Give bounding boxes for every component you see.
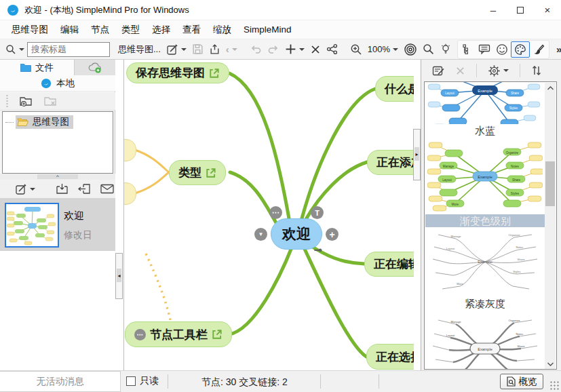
doc-edit-button[interactable] xyxy=(12,181,38,197)
handle-more-options[interactable]: ⋯ xyxy=(269,206,282,219)
tab-files[interactable]: 文件 xyxy=(0,60,75,75)
style-item-gray-thumb[interactable]: Example Manage Layout More Organize Note… xyxy=(427,229,543,294)
node-selecting[interactable]: 正在选择 xyxy=(366,344,414,370)
outline-icon xyxy=(462,43,473,55)
redo-button[interactable] xyxy=(265,41,282,58)
search-input[interactable] xyxy=(27,42,110,57)
local-source-header[interactable]: 本地 xyxy=(0,75,115,92)
menu-edit[interactable]: 编辑 xyxy=(54,21,85,39)
delete-folder-button[interactable] xyxy=(41,93,60,109)
tree-item-selected: 思维导图 xyxy=(16,115,73,129)
email-button[interactable] xyxy=(98,181,117,197)
import-button[interactable] xyxy=(53,181,71,197)
app-logo-icon xyxy=(7,4,19,16)
panel-splitter[interactable]: ^ xyxy=(0,174,115,180)
folder-toolbar-grip[interactable] xyxy=(5,94,9,108)
left-splitter-track[interactable]: ◂ xyxy=(115,253,123,299)
style-item-aqua-label[interactable]: 水蓝 xyxy=(425,125,545,138)
node-save-mindmap[interactable]: 保存思维导图 xyxy=(126,62,229,83)
edit-style-button[interactable] xyxy=(429,62,448,79)
minimize-button[interactable]: – xyxy=(480,0,507,20)
mindmap-menu-button[interactable]: 思维导图... xyxy=(115,41,163,58)
menu-type[interactable]: 类型 xyxy=(115,21,146,39)
undo-button[interactable] xyxy=(247,41,265,58)
tips-button[interactable] xyxy=(437,41,454,58)
menu-view[interactable]: 查看 xyxy=(176,21,207,39)
sort-styles-button[interactable] xyxy=(528,62,545,79)
outline-panel-button[interactable] xyxy=(459,41,476,58)
mindmap-canvas[interactable]: 保存思维导图 什么是思 类型 正在添加 欢迎 正在编辑 ⋯ 节点工具栏 正在选择… xyxy=(123,60,414,370)
node-types[interactable]: 类型 xyxy=(169,160,226,185)
add-node-button[interactable] xyxy=(282,41,307,58)
handle-crosslink-drag[interactable]: ⊸ xyxy=(314,244,322,255)
external-link-icon[interactable] xyxy=(212,329,223,340)
scroll-down-button[interactable] xyxy=(545,359,556,370)
zoom-level-button[interactable]: 100% xyxy=(365,41,401,58)
delete-style-button[interactable] xyxy=(452,62,468,79)
open-folder-icon xyxy=(17,117,29,127)
undo-icon xyxy=(250,44,262,55)
edit-map-button[interactable] xyxy=(163,41,189,58)
style-settings-button[interactable] xyxy=(485,62,511,79)
style-item-aqua-thumb[interactable]: Example Manage Layout Notes Share Styles xyxy=(427,81,543,124)
navigate-back-button[interactable]: ‹ xyxy=(223,41,240,58)
zoom-in-button[interactable] xyxy=(347,41,365,58)
style-item-gray-label[interactable]: 紧凑灰度 xyxy=(425,298,545,311)
menu-simplemind[interactable]: SimpleMind xyxy=(237,22,298,37)
menu-mindmap[interactable]: 思维导图 xyxy=(5,21,54,39)
tree-item-mindmaps[interactable]: 思维导图 xyxy=(3,115,113,129)
find-button[interactable] xyxy=(420,41,437,58)
menu-node[interactable]: 节点 xyxy=(85,21,115,39)
crosslink-button[interactable] xyxy=(324,41,341,58)
center-map-button[interactable] xyxy=(401,41,420,58)
emoji-panel-button[interactable] xyxy=(493,41,511,58)
collapse-up-handle[interactable]: ^ xyxy=(37,174,78,179)
toolbar-separator xyxy=(520,64,520,77)
readonly-label: 只读 xyxy=(140,375,159,387)
delete-node-button[interactable] xyxy=(307,41,324,58)
readonly-toggle[interactable]: 只读 xyxy=(126,375,159,387)
source-tabs: 文件 xyxy=(0,60,115,75)
delete-folder-icon xyxy=(44,96,58,107)
maximize-button[interactable] xyxy=(507,0,534,20)
right-splitter-track[interactable]: ▸ xyxy=(413,129,421,180)
close-button[interactable]: × xyxy=(534,0,561,20)
style-panel-button[interactable] xyxy=(511,41,530,58)
save-button[interactable] xyxy=(189,41,206,58)
readonly-checkbox[interactable] xyxy=(126,376,136,386)
menu-select[interactable]: 选择 xyxy=(146,21,176,39)
tab-add-cloud[interactable] xyxy=(75,60,115,75)
scroll-up-button[interactable] xyxy=(545,83,556,94)
folder-tree: 思维导图 xyxy=(2,111,113,174)
menu-zoom[interactable]: 缩放 xyxy=(207,21,237,39)
new-folder-button[interactable] xyxy=(17,93,36,109)
style-item-gradient-label[interactable]: 渐变色级别 xyxy=(425,214,545,227)
handle-collapse[interactable]: ▼ xyxy=(254,228,267,241)
gallery-scrollbar[interactable] xyxy=(545,83,556,370)
external-link-icon[interactable] xyxy=(209,68,220,79)
search-mode-button[interactable] xyxy=(3,41,27,58)
add-dropdown-caret xyxy=(299,48,305,51)
external-link-icon[interactable] xyxy=(206,168,216,178)
handle-add-child[interactable]: + xyxy=(326,228,338,241)
document-list-item[interactable]: 欢迎 修改日 xyxy=(0,199,115,251)
left-collapse-handle[interactable]: ◂ xyxy=(117,269,121,282)
node-editing[interactable]: 正在编辑 xyxy=(364,252,414,277)
handle-text-style[interactable]: T xyxy=(311,206,324,219)
notes-panel-button[interactable] xyxy=(476,41,493,58)
overview-button[interactable]: 概览 xyxy=(500,374,543,389)
node-toolbar-topic[interactable]: ⋯ 节点工具栏 xyxy=(125,321,232,347)
node-what-is[interactable]: 什么是思 xyxy=(375,76,414,102)
export-button[interactable] xyxy=(75,181,94,197)
style-item-bold-gray-thumb[interactable]: Example Manage Layout Organize Notes Sha… xyxy=(427,313,543,370)
format-brush-button[interactable] xyxy=(530,41,547,58)
node-adding[interactable]: 正在添加 xyxy=(367,150,414,175)
toolbar-overflow-button[interactable]: » xyxy=(554,41,561,58)
right-collapse-handle[interactable]: ▸ xyxy=(414,147,419,161)
style-item-gradient-thumb[interactable]: Example Manage Layout More Organize Note… xyxy=(427,140,543,213)
lightbulb-icon xyxy=(440,43,452,56)
resize-grip[interactable] xyxy=(549,380,559,390)
share-button[interactable] xyxy=(206,41,223,58)
scrollbar-thumb[interactable] xyxy=(545,161,555,206)
cloud-add-icon xyxy=(88,62,102,73)
